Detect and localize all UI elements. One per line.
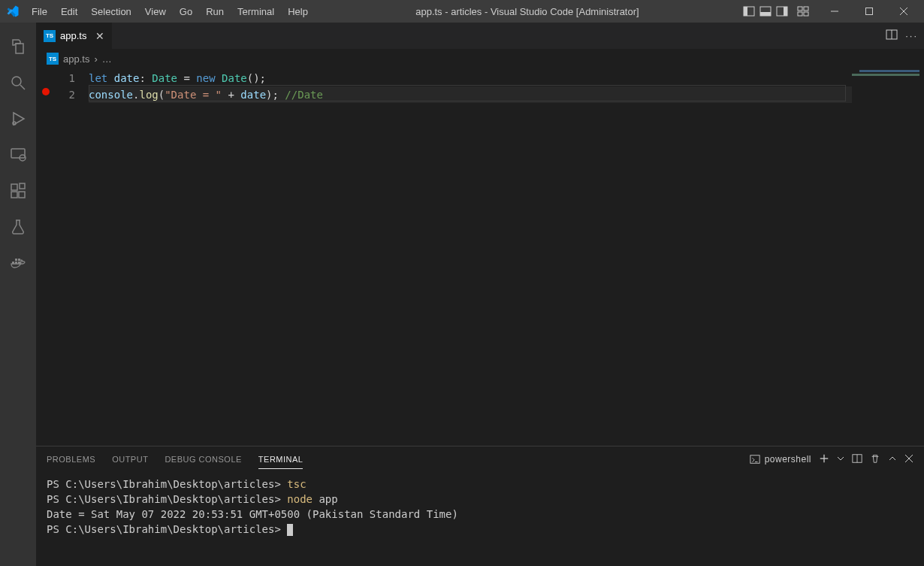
- run-debug-icon[interactable]: [0, 101, 36, 137]
- breadcrumb-file: app.ts: [63, 53, 89, 65]
- editor-tabs: TS app.ts ✕ ···: [36, 23, 924, 49]
- panel-tab-output[interactable]: OUTPUT: [112, 450, 148, 468]
- panel-tab-debug-console[interactable]: DEBUG CONSOLE: [165, 450, 241, 468]
- menu-edit[interactable]: Edit: [55, 3, 83, 20]
- close-panel-icon[interactable]: [904, 454, 913, 465]
- menu-bar: File Edit Selection View Go Run Terminal…: [26, 3, 314, 20]
- maximize-panel-icon[interactable]: [888, 454, 897, 465]
- svg-rect-27: [15, 259, 17, 261]
- svg-rect-11: [866, 8, 873, 15]
- breadcrumb-more: …: [102, 53, 112, 65]
- code-line[interactable]: console.log("Date = " + date); //Date: [89, 86, 924, 103]
- title-right-cluster: [741, 0, 924, 23]
- svg-rect-21: [11, 192, 17, 198]
- search-icon[interactable]: [0, 65, 36, 101]
- window-title: app.ts - articles - Visual Studio Code […: [314, 6, 741, 17]
- terminal-line: PS C:\Users\Ibrahim\Desktop\articles> no…: [47, 492, 913, 507]
- new-terminal-icon[interactable]: [819, 453, 829, 466]
- breadcrumb[interactable]: TS app.ts › …: [36, 49, 924, 68]
- tab-label: app.ts: [60, 30, 86, 41]
- split-editor-icon[interactable]: [886, 29, 898, 43]
- chevron-right-icon: ›: [94, 53, 97, 65]
- svg-rect-3: [760, 12, 771, 16]
- svg-rect-6: [798, 7, 802, 11]
- terminal-dropdown-icon[interactable]: [837, 454, 844, 465]
- menu-selection[interactable]: Selection: [85, 3, 137, 20]
- activity-bar: [0, 23, 36, 566]
- shell-name: powershell: [765, 454, 811, 465]
- panel-tab-terminal[interactable]: TERMINAL: [258, 450, 303, 469]
- kill-terminal-icon[interactable]: [870, 453, 880, 466]
- svg-marker-16: [14, 113, 24, 125]
- layout-right-icon[interactable]: [775, 5, 789, 18]
- menu-run[interactable]: Run: [200, 3, 230, 20]
- terminal-shell-selector[interactable]: powershell: [750, 454, 811, 465]
- menu-terminal[interactable]: Terminal: [231, 3, 280, 20]
- svg-rect-20: [11, 184, 17, 190]
- split-terminal-icon[interactable]: [852, 453, 862, 466]
- line-gutter: 12: [36, 68, 89, 446]
- title-bar: File Edit Selection View Go Run Terminal…: [0, 0, 924, 23]
- svg-rect-9: [804, 12, 808, 16]
- window-maximize-button[interactable]: [852, 0, 886, 23]
- breakpoint-icon[interactable]: [42, 88, 50, 95]
- menu-help[interactable]: Help: [282, 3, 314, 20]
- svg-rect-23: [20, 183, 25, 189]
- bottom-panel: PROBLEMS OUTPUT DEBUG CONSOLE TERMINAL p…: [36, 446, 924, 566]
- terminal-line: PS C:\Users\Ibrahim\Desktop\articles> ts…: [47, 477, 913, 492]
- typescript-file-icon: TS: [44, 30, 56, 42]
- svg-point-17: [13, 122, 16, 125]
- editor-area: TS app.ts ✕ ··· TS app.ts › … 12 let dat…: [36, 23, 924, 566]
- terminal-cursor: [287, 524, 293, 536]
- layout-left-icon[interactable]: [742, 5, 756, 18]
- svg-rect-22: [19, 192, 25, 198]
- more-actions-icon[interactable]: ···: [905, 30, 918, 41]
- tab-app-ts[interactable]: TS app.ts ✕: [36, 23, 113, 49]
- terminal-output[interactable]: PS C:\Users\Ibrahim\Desktop\articles> ts…: [36, 472, 924, 566]
- remote-explorer-icon[interactable]: [0, 137, 36, 173]
- menu-view[interactable]: View: [139, 3, 172, 20]
- svg-rect-1: [744, 7, 747, 16]
- svg-rect-5: [784, 7, 787, 16]
- svg-line-15: [20, 85, 25, 89]
- menu-go[interactable]: Go: [174, 3, 198, 20]
- svg-rect-18: [11, 149, 25, 158]
- code-editor[interactable]: 12 let date: Date = new Date();console.l…: [36, 68, 924, 446]
- customize-layout-icon[interactable]: [796, 5, 810, 18]
- svg-point-14: [12, 77, 21, 86]
- svg-rect-28: [18, 259, 20, 261]
- window-minimize-button[interactable]: [817, 0, 852, 23]
- explorer-icon[interactable]: [0, 29, 36, 65]
- terminal-line: PS C:\Users\Ibrahim\Desktop\articles>: [47, 522, 913, 537]
- tab-close-icon[interactable]: ✕: [95, 30, 104, 42]
- svg-rect-7: [804, 7, 808, 11]
- docker-icon[interactable]: [0, 245, 36, 281]
- panel-tabs: PROBLEMS OUTPUT DEBUG CONSOLE TERMINAL p…: [36, 446, 924, 472]
- window-close-button[interactable]: [886, 0, 921, 23]
- minimap[interactable]: [852, 68, 924, 446]
- vscode-logo-icon: [6, 5, 20, 18]
- terminal-line: Date = Sat May 07 2022 20:53:51 GMT+0500…: [47, 507, 913, 522]
- line-number: 1: [36, 70, 75, 86]
- typescript-file-icon: TS: [47, 53, 59, 65]
- svg-rect-8: [798, 12, 802, 16]
- panel-tab-problems[interactable]: PROBLEMS: [47, 450, 95, 468]
- extensions-icon[interactable]: [0, 173, 36, 209]
- testing-icon[interactable]: [0, 209, 36, 245]
- menu-file[interactable]: File: [26, 3, 53, 20]
- code-line[interactable]: let date: Date = new Date();: [89, 70, 924, 86]
- layout-bottom-icon[interactable]: [759, 5, 772, 18]
